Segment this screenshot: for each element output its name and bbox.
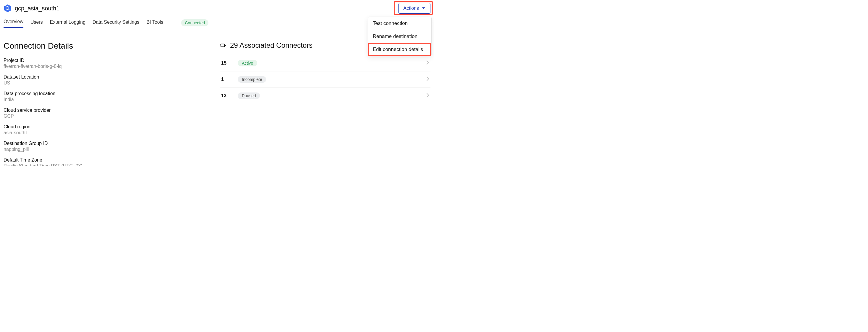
connection-details-title: Connection Details [4,41,214,51]
status-badge: Connected [181,19,209,26]
kv-label-default-time-zone: Default Time Zone [4,158,214,163]
actions-button[interactable]: Actions [399,3,430,13]
tabs-divider [172,20,172,26]
tab-users[interactable]: Users [30,20,43,28]
tab-bi-tools[interactable]: BI Tools [147,20,163,28]
assoc-row-active[interactable]: 15 Active [220,55,430,72]
kv-label-destination-group-id: Destination Group ID [4,141,214,146]
assoc-count: 1 [221,77,238,82]
kv-value-destination-group-id: napping_pill [4,147,214,152]
kv-label-project-id: Project ID [4,58,214,63]
chevron-right-icon [426,93,429,99]
kv-value-dataset-location: US [4,80,214,86]
tab-overview[interactable]: Overview [4,19,23,28]
page-title: gcp_asia_south1 [15,5,60,12]
dropdown-rename-destination[interactable]: Rename destination [368,30,431,43]
kv-value-cloud-region: asia-south1 [4,130,214,136]
tabs: Overview Users External Logging Data Sec… [4,19,430,28]
status-pill-paused: Paused [238,92,260,99]
assoc-row-paused[interactable]: 13 Paused [220,88,430,104]
kv-label-cloud-region: Cloud region [4,124,214,130]
assoc-count: 15 [221,60,238,66]
kv-label-dataset-location: Dataset Location [4,75,214,80]
kv-label-cloud-service-provider: Cloud service provider [4,108,214,113]
svg-rect-3 [221,44,225,47]
svg-marker-0 [4,4,11,12]
dropdown-test-connection[interactable]: Test connection [368,17,431,30]
tab-external-logging[interactable]: External Logging [50,20,85,28]
kv-value-project-id: fivetran-fivetran-boris-g-8-lq [4,64,214,69]
kv-value-data-processing-location: India [4,97,214,102]
kv-label-data-processing-location: Data processing location [4,91,214,96]
assoc-count: 13 [221,93,238,99]
kv-value-default-time-zone: Pacific Standard Time PST (UTC -08) [4,163,214,166]
svg-point-4 [225,45,226,46]
connectors-icon [220,42,226,49]
tab-data-security-settings[interactable]: Data Security Settings [93,20,140,28]
chevron-right-icon [426,77,429,82]
dropdown-edit-connection-details[interactable]: Edit connection details [368,43,431,56]
actions-button-label: Actions [404,6,419,11]
actions-dropdown: Test connection Rename destination Edit … [368,17,432,56]
chevron-down-icon [422,7,426,9]
bigquery-hex-icon [4,4,12,12]
kv-value-cloud-service-provider: GCP [4,113,214,119]
assoc-row-incomplete[interactable]: 1 Incomplete [220,72,430,88]
associated-connectors-title: 29 Associated Connectors [230,41,313,50]
chevron-right-icon [426,60,429,66]
status-pill-active: Active [238,60,257,66]
status-pill-incomplete: Incomplete [238,76,266,83]
